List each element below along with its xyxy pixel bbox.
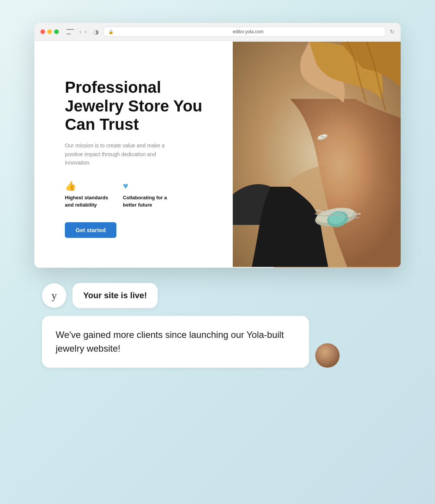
- sidebar-toggle-bar: [66, 29, 74, 30]
- feature-collaborating-text: Collaborating for a better future: [123, 194, 169, 208]
- yola-avatar: y: [42, 283, 66, 308]
- traffic-light-green[interactable]: [54, 29, 59, 34]
- back-button[interactable]: ‹: [79, 28, 82, 35]
- feature-item-collaborating: ♥ Collaborating for a better future: [123, 181, 169, 208]
- hero-title: Professional Jewelry Store You Can Trust: [65, 78, 210, 134]
- testimonial-bubble: We've gained more clients since launchin…: [42, 316, 309, 368]
- nav-arrows: ‹ ›: [79, 28, 87, 35]
- browser-window: ‹ › ◑ 🔒 editor.yola.com ↻ Professional J…: [34, 23, 401, 268]
- hero-subtitle: Our mission is to create value and make …: [65, 141, 172, 167]
- hero-image-panel: [233, 41, 401, 268]
- user-avatar: [315, 343, 340, 368]
- reload-button[interactable]: ↻: [390, 29, 395, 35]
- feature-item-standards: 👍 Highest standards and reliability: [65, 181, 111, 208]
- user-avatar-image: [315, 343, 340, 368]
- url-text: editor.yola.com: [116, 29, 380, 34]
- heart-icon: ♥: [123, 181, 169, 191]
- features-row: 👍 Highest standards and reliability ♥ Co…: [65, 181, 210, 208]
- site-content: Professional Jewelry Store You Can Trust…: [34, 41, 401, 268]
- site-live-text: Your site is live!: [83, 291, 147, 300]
- privacy-icon: ◑: [93, 28, 99, 36]
- address-bar[interactable]: 🔒 editor.yola.com: [103, 27, 385, 37]
- sidebar-toggle-bar: [66, 34, 71, 34]
- testimonial-text: We've gained more clients since launchin…: [56, 330, 284, 354]
- chat-row-site-live: y Your site is live!: [42, 283, 393, 308]
- feature-standards-text: Highest standards and reliability: [65, 194, 111, 208]
- sidebar-toggle-button[interactable]: [66, 29, 74, 34]
- traffic-light-red[interactable]: [40, 29, 45, 34]
- yola-letter: y: [52, 289, 57, 302]
- traffic-light-yellow[interactable]: [47, 29, 52, 34]
- get-started-button[interactable]: Get started: [65, 222, 116, 238]
- chat-row-testimonial: We've gained more clients since launchin…: [42, 316, 393, 368]
- site-live-bubble: Your site is live!: [72, 283, 158, 308]
- browser-chrome: ‹ › ◑ 🔒 editor.yola.com ↻: [34, 23, 401, 41]
- hero-left-panel: Professional Jewelry Store You Can Trust…: [34, 41, 233, 268]
- forward-button[interactable]: ›: [84, 28, 87, 35]
- jewelry-image: [233, 41, 401, 268]
- chat-section: y Your site is live! We've gained more c…: [34, 283, 401, 368]
- traffic-lights: [40, 29, 59, 34]
- thumbs-up-icon: 👍: [65, 181, 111, 191]
- lock-icon: 🔒: [108, 29, 114, 34]
